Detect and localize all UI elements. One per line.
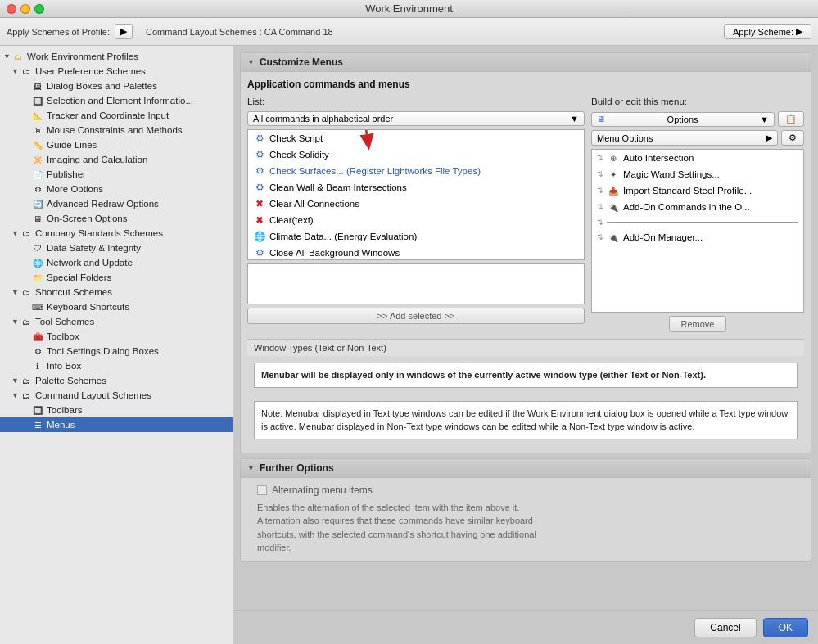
remove-button[interactable]: Remove (669, 316, 727, 332)
further-options-panel: ▼ Further Options Alternating menu items… (240, 458, 811, 562)
further-options-title: Further Options (260, 462, 334, 474)
cmd-check-script[interactable]: ⚙ Check Script (248, 130, 584, 146)
cmd-clean-wall[interactable]: ⚙ Clean Wall & Beam Intersections (248, 179, 584, 196)
minimize-button[interactable] (20, 4, 30, 14)
sidebar-item-selection[interactable]: 🔲 Selection and Element Informatio... (0, 93, 233, 108)
cmd-solidity-icon: ⚙ (253, 148, 266, 161)
cmd-label: Climate Data... (Energy Evaluation) (269, 232, 417, 241)
cmd-clear-all-conn[interactable]: ✖ Clear All Connections (248, 196, 584, 212)
sidebar-item-publisher[interactable]: 📄 Publisher (0, 167, 233, 182)
cmd-close-all-bg[interactable]: ⚙ Close All Background Windows (248, 245, 584, 260)
sidebar-item-palette-schemes[interactable]: ▼ 🗂 Palette Schemes (0, 373, 233, 388)
apply-schemes-button[interactable]: ▶ (115, 24, 133, 39)
folder-icon: 🗂 (20, 286, 33, 299)
sidebar-item-info-box[interactable]: ℹ Info Box (0, 358, 233, 373)
reorder-icon: ⇅ (597, 218, 603, 227)
customize-menus-panel: ▼ Customize Menus Application commands a… (240, 52, 811, 453)
sidebar-item-company-standards[interactable]: ▼ 🗂 Company Standards Schemes (0, 226, 233, 241)
cmd-check-solidity[interactable]: ⚙ Check Solidity (248, 146, 584, 163)
sidebar-label: Advanced Redraw Options (47, 199, 159, 209)
sidebar-item-toolbox[interactable]: 🧰 Toolbox (0, 329, 233, 344)
sidebar-item-tracker[interactable]: 📐 Tracker and Coordinate Input (0, 108, 233, 123)
sidebar: ▼ 🗂 Work Environment Profiles ▼ 🗂 User P… (0, 46, 233, 644)
build-item-import-steel[interactable]: ⇅ 📥 Import Standard Steel Profile... (592, 182, 803, 199)
note-text: Note: Menubar displayed in Text type win… (261, 408, 788, 432)
item-icon: 📁 (31, 271, 44, 284)
customize-menus-header[interactable]: ▼ Customize Menus (241, 53, 811, 72)
collapse-arrow-icon: ▼ (247, 58, 255, 66)
sidebar-item-advanced-redraw[interactable]: 🔄 Advanced Redraw Options (0, 196, 233, 211)
cmd-label: Check Script (269, 133, 323, 143)
title-bar: Work Environment (0, 0, 818, 18)
alternating-desc: Enables the alternation of the selected … (257, 501, 544, 555)
bi-icon-magic-wand: ✦ (607, 168, 620, 181)
gear-button[interactable]: ⚙ (781, 130, 804, 146)
folder-icon: 🗂 (20, 374, 33, 387)
right-panel: Build or edit this menu: 🖥 Options ▼ 📋 (591, 97, 804, 332)
sidebar-item-network[interactable]: 🌐 Network and Update (0, 255, 233, 270)
build-item-addon-manager[interactable]: ⇅ 🔌 Add-On Manager... (592, 229, 803, 245)
sidebar-item-shortcut-schemes[interactable]: ▼ 🗂 Shortcut Schemes (0, 285, 233, 299)
close-button[interactable] (7, 4, 16, 14)
sidebar-label: Tool Settings Dialog Boxes (47, 346, 159, 356)
list-dropdown[interactable]: All commands in alphabetical order ▼ (247, 111, 585, 126)
sidebar-label: On-Screen Options (47, 214, 127, 223)
window-controls[interactable] (7, 4, 44, 14)
build-item-addon-commands[interactable]: ⇅ 🔌 Add-On Commands in the O... (592, 199, 803, 215)
reorder-icon: ⇅ (597, 154, 603, 162)
sidebar-item-guide-lines[interactable]: 📏 Guide Lines (0, 137, 233, 152)
expand-arrow: ▼ (11, 229, 20, 237)
sidebar-item-mouse[interactable]: 🖱 Mouse Constraints and Methods (0, 123, 233, 137)
sidebar-item-user-pref[interactable]: ▼ 🗂 User Preference Schemes (0, 64, 233, 79)
sidebar-item-tool-settings-dialog[interactable]: ⚙ Tool Settings Dialog Boxes (0, 344, 233, 358)
sidebar-item-toolbars[interactable]: 🔲 Toolbars (0, 403, 233, 417)
add-selected-button[interactable]: >> Add selected >> (247, 308, 585, 324)
sidebar-item-keyboard-shortcuts[interactable]: ⌨ Keyboard Shortcuts (0, 299, 233, 314)
sidebar-item-more-options[interactable]: ⚙ More Options (0, 182, 233, 196)
sidebar-item-dialog-boxes[interactable]: 🖼 Dialog Boxes and Palettes (0, 79, 233, 93)
menu-options-arrow-icon: ▶ (766, 133, 772, 143)
app-commands-title: Application commands and menus (247, 79, 804, 90)
options-dropdown[interactable]: 🖥 Options ▼ (591, 112, 775, 127)
alternating-checkbox[interactable] (257, 485, 267, 495)
apply-scheme-button[interactable]: Apply Scheme: ▶ (724, 24, 811, 39)
sidebar-label: Menus (47, 420, 75, 430)
sidebar-item-work-env-profiles[interactable]: ▼ 🗂 Work Environment Profiles (0, 49, 233, 64)
sidebar-item-imaging[interactable]: 🔆 Imaging and Calculation (0, 152, 233, 167)
cmd-label: Clear(text) (269, 215, 314, 225)
cancel-button[interactable]: Cancel (694, 618, 756, 637)
copy-button[interactable]: 📋 (778, 111, 804, 127)
apply-scheme-arrow: ▶ (796, 26, 802, 37)
cmd-climate-data[interactable]: 🌐 Climate Data... (Energy Evaluation) (248, 228, 584, 245)
build-item-auto-intersection[interactable]: ⇅ ⊕ Auto Intersection (592, 150, 803, 166)
build-item-separator[interactable]: ⇅ (592, 215, 803, 229)
cmd-clear-text[interactable]: ✖ Clear(text) (248, 212, 584, 228)
sidebar-item-command-layout[interactable]: ▼ 🗂 Command Layout Schemes (0, 388, 233, 403)
cmd-script-icon: ⚙ (253, 132, 266, 145)
build-menu-list[interactable]: ⇅ ⊕ Auto Intersection ⇅ ✦ Magic Wand Set… (591, 149, 804, 313)
command-list[interactable]: ⚙ Check Script ⚙ Check Solidity ⚙ Check … (247, 129, 585, 260)
sidebar-label: Publisher (47, 169, 86, 179)
cmd-label: Close All Background Windows (269, 248, 400, 258)
sidebar-label: Toolbox (47, 331, 79, 341)
maximize-button[interactable] (34, 4, 44, 14)
sidebar-item-tool-schemes[interactable]: ▼ 🗂 Tool Schemes (0, 314, 233, 329)
item-icon: 🔲 (31, 403, 44, 417)
toolbar: Apply Schemes of Profile: ▶ Command Layo… (0, 18, 818, 46)
sidebar-label: Imaging and Calculation (47, 155, 147, 164)
sidebar-item-on-screen[interactable]: 🖥 On-Screen Options (0, 211, 233, 226)
cmd-check-surfaces[interactable]: ⚙ Check Surfaces... (Register Lightworks… (248, 163, 584, 179)
menu-options-dropdown[interactable]: Menu Options ▶ (591, 130, 778, 146)
alternating-menu-row: Alternating menu items (257, 484, 794, 496)
menubar-info-box: Menubar will be displayed only in window… (254, 363, 798, 388)
sidebar-label: Shortcut Schemes (35, 287, 112, 297)
sidebar-item-menus[interactable]: ☰ Menus (0, 417, 233, 432)
expand-arrow: ▼ (11, 391, 20, 399)
cmd-climate-icon: 🌐 (253, 230, 266, 243)
sidebar-label: Command Layout Schemes (35, 390, 151, 400)
sidebar-item-data-safety[interactable]: 🛡 Data Safety & Integrity (0, 241, 233, 255)
build-item-magic-wand[interactable]: ⇅ ✦ Magic Wand Settings... (592, 166, 803, 182)
ok-button[interactable]: OK (763, 618, 808, 637)
further-options-header[interactable]: ▼ Further Options (241, 459, 811, 478)
sidebar-item-special-folders[interactable]: 📁 Special Folders (0, 270, 233, 285)
